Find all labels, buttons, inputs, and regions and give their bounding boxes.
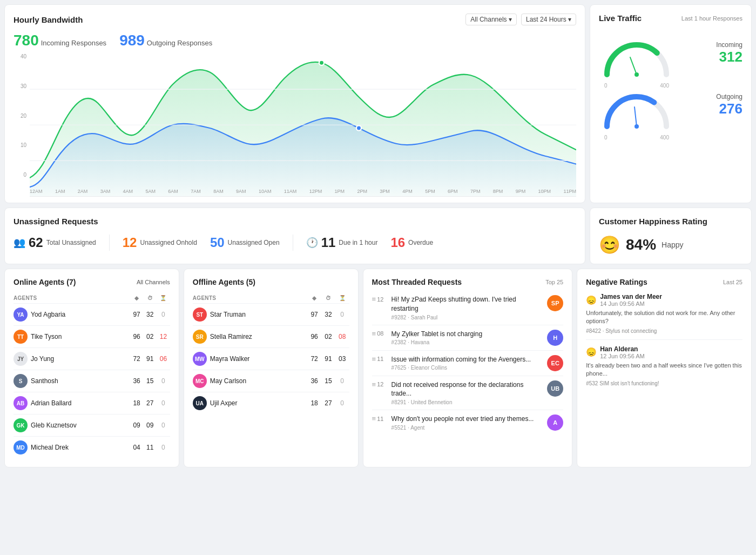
table-row: S Santhosh 36 15 0 [14, 370, 170, 392]
bandwidth-title: Hourly Bandwidth [14, 15, 83, 24]
incoming-gauge: 0 400 [599, 31, 674, 75]
onhold-unassigned: 12 Unassigned Onhold [123, 235, 197, 250]
channel-filter[interactable]: All Channels ▾ [465, 14, 517, 25]
list-item: ≡ 11 Why don't you people not ever tried… [372, 410, 564, 435]
online-agents-filter[interactable]: All Channels [137, 279, 170, 285]
col-tag-header: ◆ [130, 293, 144, 304]
threaded-title: Most Threaded Requests [372, 278, 462, 286]
due-stat: 🕐 11 Due in 1 hour [306, 235, 378, 250]
live-subtitle: Last 1 hour Responses [681, 15, 742, 22]
time-filter[interactable]: Last 24 Hours ▾ [521, 14, 576, 25]
col-person-header2: ⏳ [335, 293, 349, 304]
offline-agents-table: AGENTS ◆ ⏱ ⏳ ST Star Truman 97 32 0 [193, 293, 349, 414]
happiness-label: Happy [662, 240, 683, 249]
table-row: MC May Carlson 36 15 0 [193, 370, 349, 392]
table-row: SR Stella Ramirez 96 02 08 [193, 326, 349, 348]
outgoing-label: Outgoing 276 [716, 93, 742, 117]
col-person-header: ⏳ [157, 293, 170, 304]
offline-agents-title: Offline Agents (5) [193, 278, 255, 286]
happiness-card: Customer Happiness Rating 😊 84% Happy [590, 208, 752, 264]
happiness-emoji: 😊 [599, 235, 620, 255]
list-item: 😞 Han Alderan 12 Jun 09:56 AM It's alrea… [586, 339, 742, 392]
list-item: ≡ 08 My Zylker Tablet is not charging #2… [372, 325, 564, 350]
overdue-stat: 16 Overdue [390, 235, 433, 250]
offline-agents-card: Offline Agents (5) AGENTS ◆ ⏱ ⏳ ST Star … [184, 269, 359, 467]
happiness-pct: 84% [626, 236, 656, 253]
negative-card: Negative Ratings Last 25 😞 James van der… [577, 269, 752, 467]
table-row: JY Jo Yung 72 91 06 [14, 348, 170, 370]
list-item: ≡ 12 Did not received response for the d… [372, 376, 564, 410]
unassigned-card: Unassigned Requests 👥 62 Total Unassigne… [4, 208, 585, 264]
gauge-max2: 400 [660, 135, 669, 141]
col-tag-header2: ◆ [307, 293, 321, 304]
col-clock-header2: ⏱ [321, 293, 335, 304]
col-clock-header: ⏱ [143, 293, 157, 304]
bandwidth-card: Hourly Bandwidth All Channels ▾ Last 24 … [4, 4, 585, 203]
svg-line-8 [634, 107, 637, 126]
col-agents-header2: AGENTS [193, 293, 307, 304]
table-row: UA Ujil Axper 18 27 0 [193, 392, 349, 414]
threaded-list: ≡ 12 Hi! My zPad Keeps shutting down. I'… [372, 293, 564, 435]
unassigned-title: Unassigned Requests [14, 217, 576, 226]
svg-point-0 [319, 61, 324, 65]
table-row: MD Micheal Drek 04 11 0 [14, 437, 170, 459]
negative-list: 😞 James van der Meer 14 Jun 09:56 AM Unf… [586, 293, 742, 392]
list-item: ≡ 12 Hi! My zPad Keeps shutting down. I'… [372, 293, 564, 325]
svg-point-9 [634, 124, 639, 129]
incoming-stat: 780Incoming Responses [14, 32, 106, 49]
live-traffic-card: Live Traffic Last 1 hour Responses 0 40 [590, 4, 752, 203]
incoming-label: Incoming 312 [716, 41, 742, 65]
svg-line-6 [630, 57, 637, 75]
col-agents-header: AGENTS [14, 293, 130, 304]
outgoing-gauge-row: 0 400 Outgoing 276 [599, 83, 742, 126]
bandwidth-chart: 403020100 [14, 54, 576, 194]
negative-title: Negative Ratings [586, 278, 647, 286]
incoming-gauge-row: 0 400 Incoming 312 [599, 31, 742, 75]
table-row: ST Star Truman 97 32 0 [193, 304, 349, 326]
open-unassigned: 50 Unassigned Open [210, 235, 280, 250]
list-item: 😞 James van der Meer 14 Jun 09:56 AM Unf… [586, 293, 742, 339]
table-row: MW Mayra Walker 72 91 03 [193, 348, 349, 370]
online-agents-card: Online Agents (7) All Channels AGENTS ◆ … [4, 269, 179, 467]
total-unassigned: 👥 62 Total Unassigned [14, 235, 96, 250]
gauge-min2: 0 [604, 135, 608, 141]
threaded-card: Most Threaded Requests Top 25 ≡ 12 Hi! M… [363, 269, 573, 467]
online-agents-table: AGENTS ◆ ⏱ ⏳ YA Yod Agbaria 97 32 0 [14, 293, 170, 458]
list-item: ≡ 11 Issue with information coming for t… [372, 350, 564, 376]
outgoing-stat: 989Outgoing Responses [119, 32, 212, 49]
table-row: TT Tike Tyson 96 02 12 [14, 326, 170, 348]
svg-point-1 [356, 125, 361, 130]
online-agents-title: Online Agents (7) [14, 278, 76, 286]
threaded-badge: Top 25 [545, 279, 563, 285]
outgoing-gauge: 0 400 [599, 83, 674, 126]
table-row: YA Yod Agbaria 97 32 0 [14, 304, 170, 326]
live-title: Live Traffic [599, 14, 642, 23]
negative-badge: Last 25 [723, 279, 742, 285]
happiness-title: Customer Happiness Rating [599, 217, 742, 226]
svg-point-7 [634, 72, 639, 77]
table-row: AB Adrian Ballard 18 27 0 [14, 392, 170, 414]
table-row: GK Gleb Kuznetsov 09 09 0 [14, 414, 170, 437]
